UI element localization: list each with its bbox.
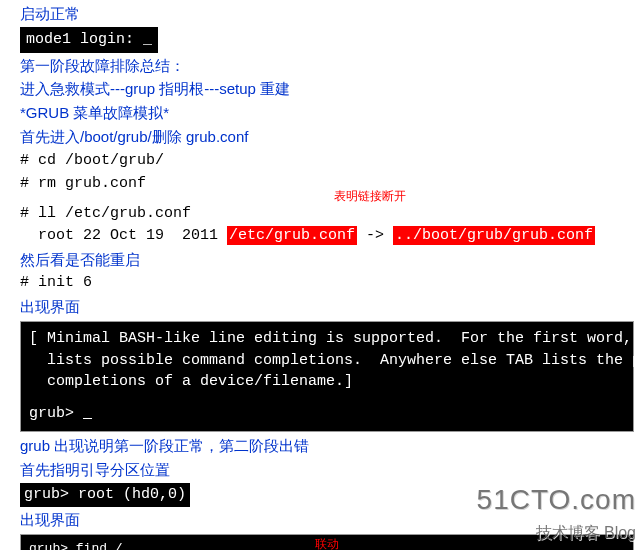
cmd-ll: # ll /etc/grub.conf (20, 203, 622, 225)
grub-msg-1: [ Minimal BASH-like line editing is supp… (29, 328, 625, 350)
cmd-root: grub> root (hd0,0) (20, 483, 190, 507)
ll-output-line: root 22 Oct 19 2011 /etc/grub.conf -> ..… (20, 225, 622, 247)
enter-boot-dir: 首先进入/boot/grub/删除 grub.conf (2, 125, 640, 149)
stage1-summary: 第一阶段故障排除总结： (2, 54, 640, 78)
cmd-init6: # init 6 (2, 271, 640, 295)
grub-terminal-2: grub> find / Possible files are: lost+fo… (20, 534, 634, 550)
heading-boot-normal: 启动正常 (2, 2, 640, 26)
path-etc-grub: /etc/grub.conf (227, 226, 357, 245)
grub-msg-2: lists possible command completions. Anyw… (29, 350, 625, 372)
grub-prompt: grub> (29, 403, 625, 425)
grub-msg-3: completions of a device/filename.] (29, 371, 625, 393)
login-terminal-wrap: mode1 login: _ (2, 26, 640, 54)
annotation-linkage: 联动 (315, 537, 339, 550)
point-boot-partition: 首先指明引导分区位置 (2, 458, 640, 482)
annotation-broken-link: 表明链接断开 (334, 188, 406, 205)
path-boot-grub: ../boot/grub/grub.conf (393, 226, 595, 245)
cmd-ll-block: 表明链接断开 # ll /etc/grub.conf root 22 Oct 1… (2, 202, 640, 248)
grub-menu-sim: *GRUB 菜单故障模拟* (2, 101, 640, 125)
restart-check: 然后看是否能重启 (2, 248, 640, 272)
grub-explain: grub 出现说明第一阶段正常，第二阶段出错 (2, 434, 640, 458)
cmd-rm: # rm grub.conf (2, 172, 640, 196)
appear-screen-2: 出现界面 (2, 508, 640, 532)
enter-rescue: 进入急救模式---grup 指明根---setup 重建 (2, 77, 640, 101)
appear-screen-1: 出现界面 (2, 295, 640, 319)
cmd-root-wrap: grub> root (hd0,0) (2, 481, 640, 508)
login-terminal: mode1 login: _ (20, 27, 158, 53)
cmd-cd: # cd /boot/grub/ (2, 149, 640, 173)
grub-terminal-1: [ Minimal BASH-like line editing is supp… (20, 321, 634, 432)
